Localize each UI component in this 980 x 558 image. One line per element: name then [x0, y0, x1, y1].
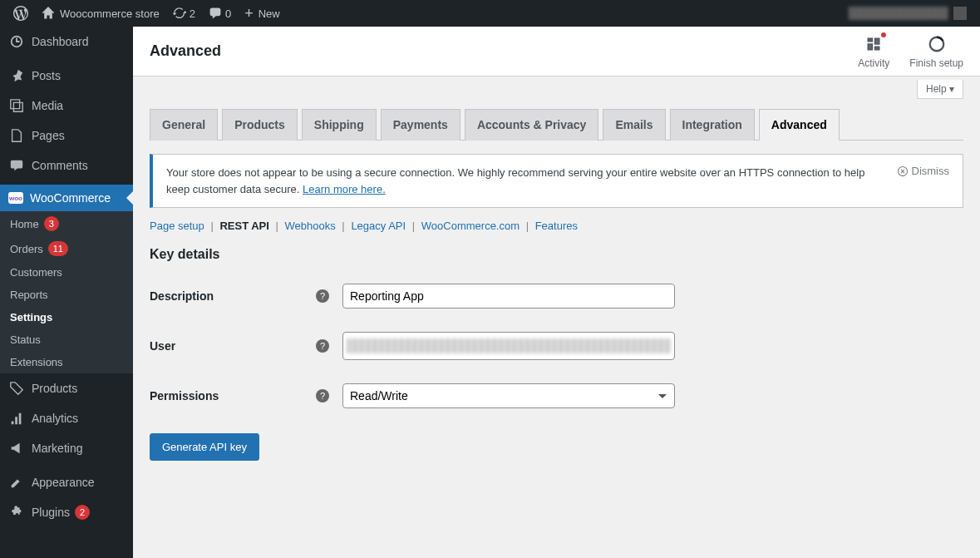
dismiss-icon	[897, 165, 909, 177]
user-label: User	[150, 339, 316, 353]
tab-payments[interactable]: Payments	[381, 109, 460, 141]
section-title: Key details	[150, 247, 963, 262]
submenu-orders[interactable]: Orders11	[0, 236, 133, 261]
page-title: Advanced	[150, 42, 221, 60]
user-menu[interactable]	[842, 0, 973, 27]
page-icon	[8, 127, 25, 144]
chevron-down-icon: ▾	[949, 83, 954, 95]
description-label: Description	[150, 289, 316, 303]
page-header: Advanced Activity Finish setup	[133, 27, 980, 77]
tab-emails[interactable]: Emails	[603, 109, 665, 141]
woo-submenu: Home3 Orders11 Customers Reports Setting…	[0, 211, 133, 373]
main-content: Advanced Activity Finish setup Help ▾ Ge…	[133, 27, 980, 558]
menu-products[interactable]: Products	[0, 373, 133, 403]
help-tip-icon[interactable]: ?	[316, 339, 329, 353]
menu-analytics[interactable]: Analytics	[0, 403, 133, 433]
subsub-rest-api[interactable]: REST API	[219, 220, 268, 232]
submenu-settings[interactable]: Settings	[0, 306, 133, 328]
description-input[interactable]	[342, 284, 675, 309]
comments-count: 0	[225, 7, 231, 20]
activity-dot-icon	[881, 32, 886, 37]
finish-setup-button[interactable]: Finish setup	[909, 34, 963, 69]
site-name: Woocommerce store	[60, 7, 160, 20]
https-notice: Your store does not appear to be using a…	[150, 154, 963, 208]
analytics-icon	[8, 410, 25, 427]
comments-icon	[8, 157, 25, 174]
activity-button[interactable]: Activity	[858, 34, 889, 69]
menu-appearance[interactable]: Appearance	[0, 467, 133, 497]
home-icon	[42, 7, 55, 20]
admin-sidebar: Dashboard Posts Media Pages Comments woo…	[0, 27, 133, 558]
help-tip-icon[interactable]: ?	[316, 289, 329, 303]
marketing-icon	[8, 440, 25, 457]
updates-link[interactable]: 2	[166, 0, 202, 27]
submenu-extensions[interactable]: Extensions	[0, 351, 133, 373]
submenu-status[interactable]: Status	[0, 328, 133, 351]
tab-general[interactable]: General	[150, 109, 218, 141]
orders-badge: 11	[48, 241, 68, 256]
generate-api-key-button[interactable]: Generate API key	[150, 433, 259, 461]
plus-icon: +	[244, 6, 254, 21]
permissions-label: Permissions	[150, 389, 316, 402]
menu-woocommerce[interactable]: wooWooCommerce	[0, 185, 133, 211]
help-tip-icon[interactable]: ?	[316, 389, 329, 402]
help-tab[interactable]: Help ▾	[917, 80, 963, 99]
wordpress-icon	[13, 6, 28, 21]
menu-posts[interactable]: Posts	[0, 61, 133, 91]
media-icon	[8, 97, 25, 114]
settings-tabs: General Products Shipping Payments Accou…	[150, 109, 963, 141]
menu-plugins[interactable]: Plugins2	[0, 497, 133, 527]
subsub-webhooks[interactable]: Webhooks	[285, 220, 336, 232]
learn-more-link[interactable]: Learn more here.	[303, 183, 386, 195]
tab-products[interactable]: Products	[222, 109, 298, 141]
submenu-home[interactable]: Home3	[0, 211, 133, 236]
tab-integration[interactable]: Integration	[670, 109, 755, 141]
new-link[interactable]: + New	[238, 0, 287, 27]
user-value-blurred	[347, 338, 671, 353]
admin-bar: Woocommerce store 2 0 + New	[0, 0, 980, 27]
subsub-page-setup[interactable]: Page setup	[150, 220, 204, 232]
user-name-blurred	[849, 7, 948, 20]
subsub-wccom[interactable]: WooCommerce.com	[421, 220, 520, 232]
plugins-badge: 2	[75, 505, 90, 520]
permissions-select[interactable]: Read/Write	[342, 383, 675, 408]
progress-icon	[927, 34, 947, 54]
activity-icon	[864, 34, 884, 54]
menu-pages[interactable]: Pages	[0, 121, 133, 151]
pin-icon	[8, 67, 25, 84]
dashboard-icon	[8, 33, 25, 50]
notice-text: Your store does not appear to be using a…	[166, 166, 864, 195]
subsub-features[interactable]: Features	[535, 220, 578, 232]
menu-media[interactable]: Media	[0, 91, 133, 121]
appearance-icon	[8, 474, 25, 491]
plugins-icon	[8, 504, 25, 521]
submenu-reports[interactable]: Reports	[0, 284, 133, 306]
menu-marketing[interactable]: Marketing	[0, 433, 133, 463]
submenu-customers[interactable]: Customers	[0, 261, 133, 284]
new-label: New	[259, 7, 280, 20]
tab-advanced[interactable]: Advanced	[759, 109, 840, 141]
comment-icon	[209, 7, 222, 20]
wp-logo[interactable]	[7, 0, 35, 27]
products-icon	[8, 380, 25, 397]
sub-navigation: Page setup | REST API | Webhooks | Legac…	[150, 220, 963, 232]
comments-link[interactable]: 0	[202, 0, 238, 27]
tab-shipping[interactable]: Shipping	[302, 109, 377, 141]
subsub-legacy[interactable]: Legacy API	[351, 220, 406, 232]
site-name-link[interactable]: Woocommerce store	[35, 0, 166, 27]
menu-dashboard[interactable]: Dashboard	[0, 27, 133, 57]
dismiss-button[interactable]: Dismiss	[897, 165, 950, 177]
woo-icon: woo	[8, 192, 23, 204]
menu-comments[interactable]: Comments	[0, 151, 133, 180]
avatar-icon	[953, 7, 967, 20]
update-icon	[173, 7, 186, 20]
user-select[interactable]	[342, 332, 675, 360]
updates-count: 2	[190, 7, 195, 20]
home-badge: 3	[44, 216, 59, 231]
tab-accounts[interactable]: Accounts & Privacy	[465, 109, 599, 141]
